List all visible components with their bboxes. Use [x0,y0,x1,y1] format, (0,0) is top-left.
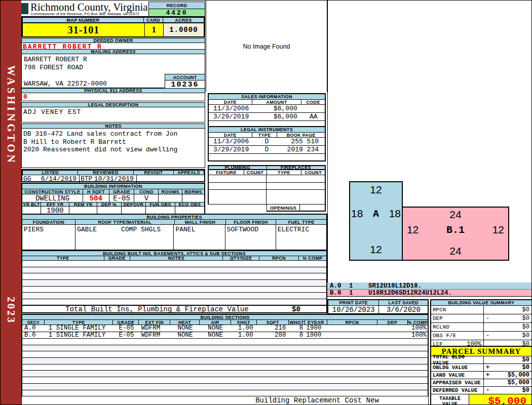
property-photo-placeholder: No Image Found [206,1,327,92]
card-label: CARD [143,17,163,23]
plumbing-count-label: COUNT [244,170,267,175]
plumbing-title: PLUMBING [208,165,267,170]
fuel-type-label: FUEL TYPE [276,220,326,225]
floor-finish-label: FLOOR FINISH [226,220,277,225]
built-ins-col-comp: % COMP [299,256,326,261]
reviewed-value: BTP10/31/2019 [80,175,137,183]
building-properties-title: BUILDING PROPERTIES [22,215,326,220]
dep-pct-value [97,207,122,214]
sketch-b-dim-top: 24 [403,208,508,222]
bs-col-rpcn: RPCN [327,320,377,325]
review-table: LISTED REVIEWED REVISIT APPEALS GG6/14/2… [21,169,205,182]
sketch-a-dim-right: 18 [389,208,401,220]
assessment-year: 2023 [5,297,17,324]
bs-col-dep: DEP [377,320,408,325]
deeded-owner-value: BARRETT ROBERT R [21,43,205,50]
yrblt-label: YR BLT [22,202,41,207]
footer-label: Building Replacement Cost New [255,396,379,404]
sketch-b-dim-right: 12 [492,224,504,236]
construction-style-value: DWELLING [22,194,83,202]
dep-pct-label: DEP % [97,202,122,207]
fireplaces-empty-rows [267,175,326,205]
parcel-row: LAND VALUE +$5,000 [431,372,531,379]
bvs-title: BUILDING VALUE SUMMARY [431,300,531,306]
last-saved-value: 3/6/2020 [379,306,428,313]
sketch-canvas: 12 18 A 18 12 24 12 B.1 12 24 [327,1,532,282]
built-ins-col-rpcn: RPCN [259,256,299,261]
physical-address-value: 0 [21,93,205,101]
floor-finish-value: SOFTWOOD [225,225,276,250]
remyr-label: REM YR [69,202,97,207]
building-information-title: BUILDING INFORMATION [22,184,204,189]
roof-value: GABLE COMP SHGLS [75,225,174,250]
built-ins-total-row: Total Built Ins, Plumbing & Fireplace Va… [21,305,327,313]
fireplace-count-label: COUNT [301,170,326,175]
card-value: 1 [144,23,164,37]
sketch-section-b: 24 12 B.1 12 24 [402,207,509,261]
li-col-date: DATE [209,133,252,138]
district-name: WASHINGTON [5,65,17,165]
remyr-value [69,207,97,214]
openings-value [300,205,326,212]
print-date-label: PRINT DATE [328,300,379,306]
parcel-row: APPRAISED VALUE $5,000 [431,379,531,387]
building-information: BUILDING INFORMATION CONSTRUCTION STYLE … [21,183,205,215]
bvs-row: RPCN $0 [431,306,531,314]
no-image-text: No Image Found [243,43,290,50]
wall-finish-label: WALL FINISH [175,220,226,225]
notes-line: DB 316-472 Land sales contract from Jon [23,130,205,138]
building-properties: BUILDING PROPERTIES FOUNDATION ROOF TYPE… [21,214,327,251]
sketch-b-label: B.1 [446,224,465,236]
fireplace-type-label: TYPE [267,170,302,175]
bvs-row: RCLND $0 [431,323,531,332]
li-col-bookpage: BOOK PAGE [277,133,325,138]
sales-row: 11/3/2006 $6,000 [209,105,325,113]
parcel-row: TOTAL BLDG VALUE $0 [431,356,531,364]
sketch-legend-row-a: A.0 1 SR12U18L12D18. [327,282,532,290]
sketch-legend-row-b: B.0 1 U18R12D6SD12R24U12L24. [327,290,532,297]
sales-col-code: CODE [301,100,325,105]
built-ins-col-type: TYPE [22,256,104,261]
property-record-card: WASHINGTON 2023 Richmond County, Virgini… [0,0,532,405]
hsqft-value: 504 [83,194,109,202]
legal-instruments: LEGAL INSTRUMENTS DATE TYPE BOOK PAGE 11… [208,126,326,161]
building-section-row: B.0 1 SINGLE FAMILY E-05 WDFRM NONE NONE… [22,332,428,339]
plumbing-fireplaces: PLUMBING FIREPLACES FIXTURE COUNT TYPE C… [208,165,326,212]
ecoobs-label: ECO OBS [175,202,204,207]
district-sidebar: WASHINGTON 2023 [1,1,21,405]
county-subtitle: Commissioner of the Revenue, PO Box 366,… [30,12,152,16]
mailing-line: 798 FOREST ROAD [24,64,205,72]
built-ins-col-grade: GRADE [104,256,130,261]
sales-col-amount: AMOUNT [252,100,301,105]
ecoobs-value [175,207,204,214]
legal-description-value: ADJ VENEY EST [21,107,205,123]
cond-label: COND [134,189,159,194]
notes-block: DB 316-472 Land sales contract from Jon … [21,128,205,168]
appeals-label: APPEALS [173,170,204,175]
rooms-value [159,194,182,202]
last-saved-label: LAST SAVED [379,300,428,306]
revisit-label: REVISIT [133,170,174,175]
legal-instrument-row-empty [209,154,325,160]
county-seal-box [21,3,28,14]
record-box: RECORD 4420 [148,2,205,16]
record-label: RECORD [148,2,205,9]
fireplaces-title: FIREPLACES [267,165,326,170]
depovr-label: DEPOVR [122,202,146,207]
legal-instrument-row: 3/29/2019 D 2019 234 [209,146,325,154]
map-card-acres-table: MAP NUMBER CARD ACRES 31-101 1 1.0000 [21,16,205,37]
construction-style-label: CONSTRUCTION STYLE [22,189,83,194]
openings-label: OPENINGS [267,205,300,212]
sketch-a-dim-left: 18 [351,208,363,220]
footer-bar: Building Replacement Cost New [21,396,429,405]
cond-value: V [134,194,159,202]
plumbing-empty-rows [208,175,267,205]
sketch-b-dim-bottom: 24 [403,238,508,257]
building-sections-title: BUILDING SECTIONS [22,315,428,320]
sketch-b-dim-left: 12 [407,224,419,236]
built-ins-total-value: $0 [292,305,326,313]
sketch-section-a: 12 18 A 18 12 [349,181,403,261]
mailing-line: BARRETT ROBERT R [24,56,205,64]
built-ins-total-label: Total Built Ins, Plumbing & Fireplace Va… [22,305,292,313]
built-ins-col-notes: NOTES [130,256,223,261]
